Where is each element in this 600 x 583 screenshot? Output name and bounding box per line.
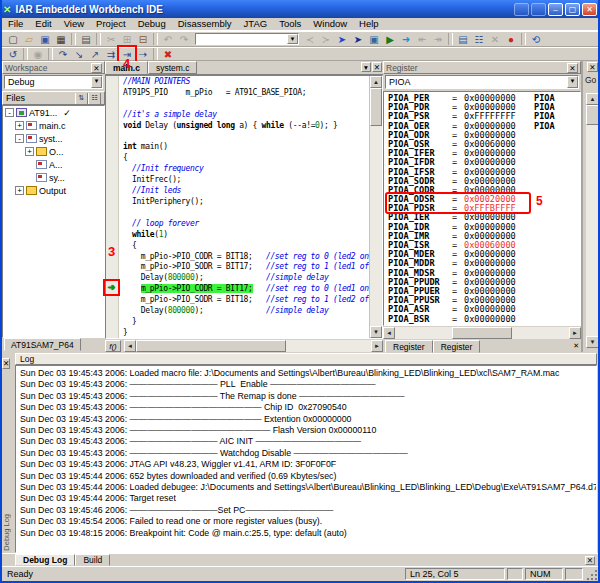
- step-out-button[interactable]: ↗: [87, 47, 103, 61]
- scroll-thumb[interactable]: [370, 88, 382, 126]
- menu-tools[interactable]: Tools: [273, 18, 307, 30]
- tree-expander-icon[interactable]: +: [15, 186, 24, 195]
- files-header-options-icon[interactable]: ☷: [88, 93, 101, 104]
- make-button[interactable]: ▶: [382, 32, 398, 46]
- tab-build[interactable]: Build: [75, 554, 110, 566]
- menu-debug[interactable]: Debug: [132, 18, 172, 30]
- tree-item-mainc[interactable]: +main.c: [3, 119, 104, 132]
- view-source-button[interactable]: ▤: [455, 32, 471, 46]
- editor-vertical-scrollbar[interactable]: ▲ ▼: [369, 76, 382, 338]
- execution-point-arrow-icon[interactable]: ➜: [106, 282, 117, 293]
- open-file-button[interactable]: ▱: [21, 32, 37, 46]
- files-header-sort-icon[interactable]: ⇅: [75, 93, 88, 104]
- menu-view[interactable]: View: [58, 18, 90, 30]
- workspace-config-dropdown[interactable]: Debug ▼: [4, 75, 103, 89]
- print-button[interactable]: ▤: [78, 32, 94, 46]
- find-combobox[interactable]: ▼: [195, 33, 299, 45]
- cspy-button[interactable]: ⟲: [528, 32, 544, 46]
- editor-tab-list-icon[interactable]: ▾: [361, 62, 371, 72]
- step-into-button[interactable]: ↘: [71, 47, 87, 61]
- log-tabs-close-icon[interactable]: ✕: [585, 556, 595, 565]
- menu-jtag[interactable]: JTAG: [238, 18, 274, 30]
- chevron-down-icon[interactable]: ▼: [287, 34, 298, 44]
- tree-item-sy[interactable]: sy...: [3, 171, 104, 184]
- editor-breakpoint-margin[interactable]: ➜: [106, 76, 119, 338]
- register-horizontal-scrollbar[interactable]: ◄ ►: [383, 327, 581, 339]
- close-button[interactable]: ✕: [582, 3, 597, 16]
- find-prev-button[interactable]: ≺: [302, 32, 318, 46]
- tree-item-at91[interactable]: -AT91...✓: [3, 106, 104, 119]
- tab-system-c[interactable]: system.c: [148, 61, 198, 74]
- scroll-down-icon[interactable]: ▼: [370, 326, 382, 338]
- chevron-down-icon[interactable]: ▼: [91, 76, 102, 88]
- register-close-icon[interactable]: ✕: [567, 63, 578, 73]
- pointer-replace-button[interactable]: ➤: [350, 32, 366, 46]
- right-panel-close-icon[interactable]: ✕: [587, 62, 598, 72]
- tree-expander-icon[interactable]: +: [25, 147, 34, 156]
- new-file-button[interactable]: ▢: [5, 32, 21, 46]
- scroll-right-icon[interactable]: ►: [371, 340, 383, 352]
- break-button[interactable]: ◉: [30, 47, 46, 61]
- menu-window[interactable]: Window: [307, 18, 353, 30]
- copy-button[interactable]: ⊞: [119, 32, 135, 46]
- menu-help[interactable]: Help: [353, 18, 385, 30]
- register-tabs-close-icon[interactable]: ✕: [573, 342, 579, 350]
- navigate-forward-button[interactable]: ↠: [430, 32, 446, 46]
- pointer-find-button[interactable]: ➤: [334, 32, 350, 46]
- editor-close-icon[interactable]: ✕: [372, 62, 382, 72]
- code-area[interactable]: //MAIN POINTERSAT91PS_PIO m_pPio = AT91C…: [119, 76, 369, 338]
- close-window-button[interactable]: ✕: [487, 32, 503, 46]
- redo-button[interactable]: ↷: [176, 32, 192, 46]
- tree-item-output[interactable]: +Output: [3, 184, 104, 197]
- tree-expander-icon[interactable]: +: [15, 121, 24, 130]
- maximize-button[interactable]: ▢: [565, 3, 580, 16]
- scroll-thumb[interactable]: [586, 105, 599, 125]
- workspace-window-button[interactable]: ☷: [471, 32, 487, 46]
- scroll-left-icon[interactable]: ◄: [124, 340, 136, 352]
- menu-edit[interactable]: Edit: [29, 18, 57, 30]
- save-button[interactable]: ▣: [37, 32, 53, 46]
- scroll-down-icon[interactable]: ▼: [586, 336, 599, 348]
- goto-button[interactable]: ▣: [366, 32, 382, 46]
- minimize-button[interactable]: –: [548, 3, 563, 16]
- scroll-left-icon[interactable]: ◄: [383, 327, 395, 339]
- tree-item-o[interactable]: +O...: [3, 145, 104, 158]
- save-all-button[interactable]: ▦: [53, 32, 69, 46]
- register-tab-2[interactable]: Register: [433, 340, 481, 353]
- cut-button[interactable]: ✂: [103, 32, 119, 46]
- scroll-up-icon[interactable]: ▲: [586, 93, 599, 105]
- scroll-thumb[interactable]: [452, 327, 512, 339]
- stop-debugging-button[interactable]: ✖: [160, 47, 176, 61]
- register-tab-1[interactable]: Register: [385, 340, 433, 353]
- tree-expander-icon[interactable]: -: [15, 134, 24, 143]
- scroll-right-icon[interactable]: ►: [569, 327, 581, 339]
- menu-project[interactable]: Project: [90, 18, 132, 30]
- resize-grip[interactable]: [585, 568, 598, 581]
- files-column-header[interactable]: Files ⇅ ☷: [2, 91, 105, 105]
- tab-debug-log[interactable]: Debug Log: [15, 554, 75, 566]
- debug-button[interactable]: ●: [503, 32, 519, 46]
- editor-horizontal-scrollbar[interactable]: ◄ ►: [124, 340, 383, 352]
- tree-item-syst[interactable]: -syst...: [3, 132, 104, 145]
- reset-button[interactable]: ↺: [5, 47, 21, 61]
- chevron-down-icon[interactable]: ▼: [567, 76, 578, 88]
- paste-button[interactable]: ⊟: [135, 32, 151, 46]
- tree-item-a[interactable]: A...: [3, 158, 104, 171]
- undo-button[interactable]: ↶: [160, 32, 176, 46]
- register-row[interactable]: PIOA_BSR=0x00000000: [388, 315, 580, 324]
- menu-disassembly[interactable]: Disassembly: [172, 18, 238, 30]
- navigate-back-button[interactable]: ↞: [414, 32, 430, 46]
- workspace-project-tab[interactable]: AT91SAM7_P64: [4, 338, 81, 351]
- go-button[interactable]: ⇢: [135, 47, 151, 61]
- tree-expander-icon[interactable]: -: [5, 108, 14, 117]
- menu-file[interactable]: File: [2, 18, 29, 30]
- scroll-up-icon[interactable]: ▲: [370, 76, 382, 88]
- function-list-button[interactable]: f(): [105, 340, 121, 352]
- compile-button[interactable]: ➜: [398, 32, 414, 46]
- register-group-dropdown[interactable]: PIOA ▼: [385, 75, 579, 89]
- step-over-button[interactable]: ↷: [55, 47, 71, 61]
- log-close-icon[interactable]: ✕: [2, 358, 10, 369]
- next-statement-button[interactable]: ⇉: [103, 47, 119, 61]
- workspace-close-icon[interactable]: ✕: [91, 63, 102, 73]
- right-panel-scrollbar[interactable]: ▲ ▼: [586, 93, 599, 348]
